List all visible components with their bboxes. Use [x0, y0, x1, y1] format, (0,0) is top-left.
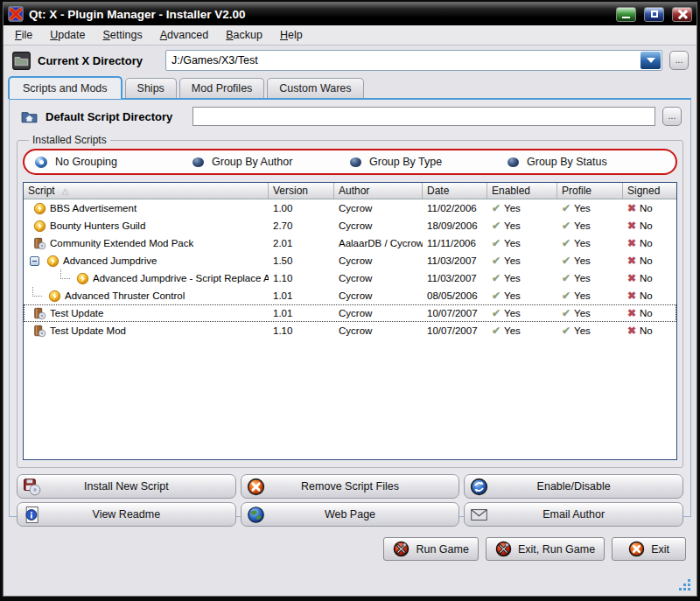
table-row[interactable]: BBS Advertisement 1.00 Cycrow 11/02/2006…	[24, 199, 676, 217]
table-row[interactable]: Test Update Mod 1.10 Cycrow 10/07/2007 ✔…	[24, 322, 676, 339]
minimize-button[interactable]	[616, 7, 636, 22]
window-title: Qt: X - Plugin Manager - Installer V2.00	[29, 8, 608, 21]
check-icon: ✔	[492, 202, 500, 214]
scripts-table: Script △ Version Author Date Enabled Pro…	[23, 182, 677, 460]
folder-icon	[12, 52, 31, 70]
cross-icon: ✖	[627, 237, 636, 249]
mod-package-icon	[33, 307, 46, 320]
menu-backup[interactable]: Backup	[218, 26, 270, 44]
game-icon	[393, 541, 410, 557]
tree-branch-icon	[32, 287, 42, 297]
radio-icon	[350, 157, 361, 167]
check-icon: ✔	[562, 290, 570, 302]
menu-advanced[interactable]: Advanced	[152, 26, 217, 44]
exit-run-game-button[interactable]: Exit, Run Game	[486, 537, 605, 561]
floppy-disc-icon	[23, 478, 41, 496]
chevron-down-icon	[647, 58, 655, 63]
column-script[interactable]: Script △	[24, 183, 269, 199]
dropdown-button[interactable]	[640, 52, 661, 69]
tab-custom-wares[interactable]: Custom Wares	[267, 78, 363, 98]
maximize-icon	[651, 10, 658, 17]
table-row[interactable]: Advanced Jumpdrive 1.50 Cycrow 11/03/200…	[24, 252, 676, 269]
remove-script-files-button[interactable]: Remove Script Files	[241, 474, 460, 499]
app-window: Qt: X - Plugin Manager - Installer V2.00…	[3, 2, 697, 597]
grouping-options: No Grouping Group By Author Group By Typ…	[23, 149, 677, 175]
check-icon: ✔	[562, 307, 570, 319]
menu-update[interactable]: Update	[42, 26, 93, 44]
run-game-button[interactable]: Run Game	[383, 537, 478, 561]
column-profile[interactable]: Profile	[557, 183, 623, 199]
check-icon: ✔	[562, 255, 570, 267]
radio-group-by-author[interactable]: Group By Author	[192, 156, 350, 168]
cross-icon: ✖	[627, 307, 636, 319]
radio-group-by-type[interactable]: Group By Type	[350, 156, 508, 168]
menu-help[interactable]: Help	[272, 26, 311, 44]
title-bar: Qt: X - Plugin Manager - Installer V2.00	[4, 3, 696, 25]
browse-script-directory-button[interactable]: ...	[662, 107, 682, 126]
scripts-tab-pane: Default Script Directory ... Installed S…	[9, 98, 691, 517]
refresh-circle-icon	[470, 478, 488, 496]
check-icon: ✔	[562, 325, 570, 337]
mod-package-icon	[33, 325, 46, 338]
script-directory-input[interactable]	[192, 107, 655, 126]
check-icon: ✔	[562, 202, 570, 214]
close-button[interactable]	[672, 7, 692, 22]
default-script-directory-bar: Default Script Directory ...	[17, 105, 683, 132]
check-icon: ✔	[492, 272, 500, 284]
resize-grip[interactable]	[678, 578, 690, 591]
radio-icon	[192, 157, 204, 167]
tab-mod-profiles[interactable]: Mod Profiles	[179, 78, 264, 98]
check-icon: ✔	[492, 237, 500, 249]
script-icon	[33, 202, 46, 215]
cross-icon: ✖	[627, 220, 636, 232]
menu-file[interactable]: File	[7, 26, 40, 44]
script-icon	[76, 272, 89, 285]
installed-scripts-label: Installed Scripts	[29, 134, 110, 146]
column-date[interactable]: Date	[423, 183, 487, 199]
browse-directory-button[interactable]: ...	[669, 51, 689, 70]
column-enabled[interactable]: Enabled	[487, 183, 557, 199]
minimize-icon	[622, 17, 630, 18]
check-icon: ✔	[492, 220, 500, 232]
default-script-directory-label: Default Script Directory	[46, 110, 186, 123]
check-icon: ✔	[492, 325, 500, 337]
check-icon: ✔	[562, 220, 570, 232]
radio-group-by-status[interactable]: Group By Status	[508, 156, 665, 168]
tab-scripts-and-mods[interactable]: Scripts and Mods	[8, 76, 122, 99]
install-new-script-button[interactable]: Install New Script	[17, 474, 236, 499]
table-row[interactable]: Bounty Hunters Guild 2.70 Cycrow 18/09/2…	[24, 217, 676, 234]
radio-no-grouping[interactable]: No Grouping	[35, 156, 192, 168]
table-row[interactable]: Advanced Thruster Control 1.01 Cycrow 08…	[24, 287, 676, 304]
menu-settings[interactable]: Settings	[94, 26, 150, 44]
radio-icon	[508, 157, 519, 167]
current-directory-bar: Current X Directory J:/Games/X3/Test ...	[4, 45, 696, 73]
table-header: Script △ Version Author Date Enabled Pro…	[24, 183, 676, 199]
column-author[interactable]: Author	[334, 183, 423, 199]
current-directory-label: Current X Directory	[38, 54, 158, 67]
table-row[interactable]: Advanced Jumpdrive - Script Replace Addo…	[24, 269, 676, 287]
directory-combobox[interactable]: J:/Games/X3/Test	[165, 50, 662, 71]
app-logo-icon	[8, 6, 24, 22]
check-icon: ✔	[492, 290, 500, 302]
column-signed[interactable]: Signed	[623, 183, 676, 199]
enable-disable-button[interactable]: Enable/Disable	[464, 474, 683, 499]
exit-circle-icon	[628, 541, 645, 557]
cross-icon: ✖	[627, 290, 636, 302]
maximize-button[interactable]	[644, 7, 664, 22]
script-icon	[33, 220, 46, 233]
column-version[interactable]: Version	[269, 183, 334, 199]
check-icon: ✔	[492, 255, 500, 267]
mod-package-icon	[33, 237, 46, 250]
table-row-focused[interactable]: Test Update 1.01 Cycrow 10/07/2007 ✔Yes …	[24, 304, 676, 322]
script-icon	[48, 290, 61, 303]
table-row[interactable]: Community Extended Mod Pack 2.01 AalaarD…	[24, 234, 676, 252]
exit-button[interactable]: Exit	[612, 537, 686, 561]
cancel-circle-icon	[247, 478, 265, 496]
close-icon	[677, 10, 687, 19]
collapse-expander-icon[interactable]	[30, 256, 39, 266]
tab-strip: Scripts and Mods Ships Mod Profiles Cust…	[4, 73, 696, 98]
check-icon: ✔	[492, 307, 500, 319]
tab-ships[interactable]: Ships	[125, 78, 177, 98]
check-icon: ✔	[562, 272, 570, 284]
cross-icon: ✖	[627, 202, 636, 214]
